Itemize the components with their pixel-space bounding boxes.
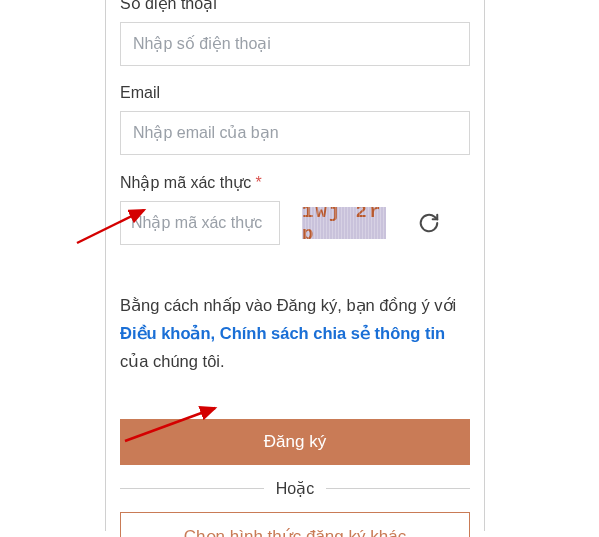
phone-input[interactable] (120, 22, 470, 66)
register-button[interactable]: Đăng ký (120, 419, 470, 465)
captcha-input[interactable] (120, 201, 280, 245)
consent-text: Bằng cách nhấp vào Đăng ký, bạn đồng ý v… (120, 291, 470, 375)
captcha-image: 1wj 2r p (302, 207, 386, 239)
captcha-label: Nhập mã xác thực * (120, 173, 470, 192)
other-register-button[interactable]: Chọn hình thức đăng ký khác (120, 512, 470, 537)
divider-line-right (326, 488, 470, 489)
captcha-row: 1wj 2r p (120, 201, 470, 245)
required-marker: * (256, 174, 262, 191)
email-label: Email (120, 84, 470, 102)
divider: Hoặc (120, 479, 470, 498)
registration-form-panel: Số điện thoại Email Nhập mã xác thực * 1… (105, 0, 485, 531)
refresh-icon[interactable] (418, 212, 440, 234)
divider-line-left (120, 488, 264, 489)
terms-link[interactable]: Điều khoản, Chính sách chia sẻ thông tin (120, 324, 445, 342)
divider-text: Hoặc (276, 479, 314, 498)
email-input[interactable] (120, 111, 470, 155)
phone-label: Số điện thoại (120, 0, 470, 13)
